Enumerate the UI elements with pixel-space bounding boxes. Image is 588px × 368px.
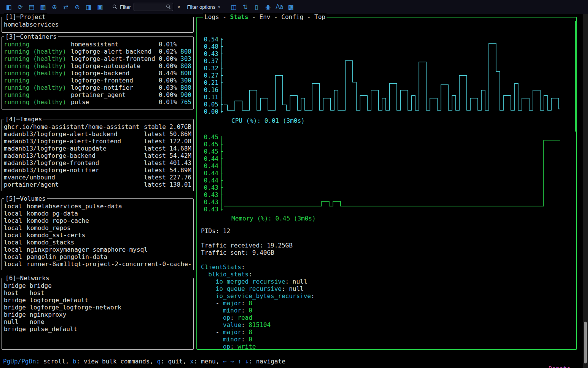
search-icon bbox=[113, 5, 117, 9]
font-size-icon[interactable]: Aa bbox=[274, 2, 284, 11]
container-row[interactable]: running (healthy)pulse0.01%765 bbox=[4, 98, 191, 106]
stats-line: ClientStats: bbox=[201, 263, 574, 271]
stats-line: blkio_stats: bbox=[201, 271, 574, 278]
container-row[interactable]: running (healthy)logforge-autoupdate0.00… bbox=[4, 62, 191, 70]
network-row[interactable]: nullnone bbox=[4, 318, 191, 325]
stats-line: io_merged_recursive: null bbox=[201, 278, 574, 285]
grid-icon[interactable]: ▦ bbox=[38, 2, 48, 11]
volumes-panel[interactable]: [5]─Volumes localhomelabservices_pulse-d… bbox=[2, 198, 194, 270]
split-view-icon[interactable]: ◨ bbox=[84, 2, 94, 11]
keybinding-desc: : navigate bbox=[249, 358, 285, 365]
transfer-icon[interactable]: ⇄ bbox=[61, 2, 71, 11]
image-row[interactable]: ghcr.io/home-assistant/home-assistantsta… bbox=[4, 123, 191, 130]
clear-filter-button[interactable]: × bbox=[176, 3, 182, 11]
search-icon bbox=[166, 5, 171, 9]
donate-link[interactable]: Donate bbox=[548, 365, 570, 368]
image-row[interactable]: portainer/agentlatest138.01 bbox=[4, 181, 191, 188]
stats-line: - major: 8 bbox=[201, 328, 574, 336]
tab-config[interactable]: Config bbox=[281, 13, 303, 21]
device-icon[interactable]: ▯ bbox=[252, 2, 261, 11]
network-row[interactable]: bridgepulse_default bbox=[4, 325, 191, 333]
table-search-icon[interactable]: ▩ bbox=[286, 2, 296, 11]
add-icon[interactable]: ⊕ bbox=[49, 2, 59, 11]
stats-line: - major: 8 bbox=[201, 300, 574, 307]
stats-line: value: 815104 bbox=[201, 321, 574, 328]
sort-icon[interactable]: ⇅ bbox=[240, 2, 250, 11]
volume-row[interactable]: localkomodo_pg-data bbox=[4, 210, 191, 217]
chevron-down-icon: ∨ bbox=[218, 5, 220, 9]
disable-icon[interactable]: ⊘ bbox=[72, 2, 82, 11]
panel-scroll-indicator[interactable] bbox=[575, 21, 577, 132]
sidebar: [1]─Project homelabservices [3]─Containe… bbox=[2, 14, 194, 368]
filter-group: Filter × bbox=[113, 3, 182, 11]
stats-line: minor: 0 bbox=[201, 336, 574, 343]
tab-logs[interactable]: Logs bbox=[204, 13, 219, 21]
volume-row[interactable]: localpangolin_pangolin-data bbox=[4, 253, 191, 260]
list-icon[interactable]: ▤ bbox=[27, 2, 37, 11]
volume-row[interactable]: localkomodo_repo-cache bbox=[4, 217, 191, 224]
images-panel-title: [4]─Images bbox=[4, 116, 43, 123]
lazydocker-terminal: [1]─Project homelabservices [3]─Containe… bbox=[0, 14, 583, 368]
tab-stats[interactable]: Stats bbox=[230, 13, 248, 21]
image-row[interactable]: madanb13/logforge-backendlatest54.42M bbox=[4, 152, 191, 159]
image-row[interactable]: mvance/unboundlatest227.76 bbox=[4, 174, 191, 181]
cpu-chart bbox=[221, 36, 563, 115]
stats-panel[interactable]: Logs - Stats - Env - Config - Top 0.540.… bbox=[196, 17, 577, 350]
copy-icon[interactable]: ◫ bbox=[229, 2, 239, 11]
image-row[interactable]: madanb13/logforge-autoupdatelatest14.68M bbox=[4, 145, 191, 152]
memory-chart bbox=[221, 133, 563, 213]
keybinding-desc: : scroll, bbox=[36, 358, 73, 365]
stats-line bbox=[201, 235, 574, 242]
toolbar-right-icons: ◫⇅▯◉Aa▩ bbox=[229, 2, 296, 11]
container-row[interactable]: running (healthy)logforge-alert-frontend… bbox=[4, 55, 191, 62]
images-panel[interactable]: [4]─Images ghcr.io/home-assistant/home-a… bbox=[2, 119, 194, 191]
stats-line: op: read bbox=[201, 314, 574, 321]
stats-line: PIDs: 12 bbox=[201, 227, 574, 235]
container-row[interactable]: runninglogforge-frontend0.00%300 bbox=[4, 77, 191, 84]
capture-icon[interactable]: ▣ bbox=[95, 2, 105, 11]
network-row[interactable]: bridgelogforge_logforge-network bbox=[4, 304, 191, 311]
memory-axis-labels: 0.450.450.450.440.440.440.440.430.430.43… bbox=[201, 133, 221, 213]
volume-row[interactable]: localrunner-8am11tqt-project-2-concurren… bbox=[4, 260, 191, 268]
volume-row[interactable]: localkomodo_repos bbox=[4, 224, 191, 232]
volume-row[interactable]: localkomodo_ssl-certs bbox=[4, 232, 191, 239]
container-row[interactable]: runninghomeassistant0.01% bbox=[4, 41, 191, 48]
project-panel-title: [1]─Project bbox=[4, 13, 47, 21]
filter-label: Filter bbox=[120, 4, 131, 10]
project-panel[interactable]: [1]─Project homelabservices bbox=[2, 17, 194, 33]
volume-row[interactable]: localnginxproxymanager_semaphore-mysql bbox=[4, 246, 191, 253]
filter-input-wrap bbox=[134, 3, 173, 11]
refresh-icon[interactable]: ⟳ bbox=[15, 2, 25, 11]
keybinding-desc: : quit, bbox=[161, 358, 190, 365]
container-row[interactable]: running (healthy)logforge-notifier0.03%8… bbox=[4, 84, 191, 91]
container-row[interactable]: running (healthy)logforge-alert-backend0… bbox=[4, 48, 191, 55]
filter-options-dropdown[interactable]: Filter options ∨ bbox=[184, 3, 223, 11]
filter-input[interactable] bbox=[136, 4, 165, 10]
tab-env[interactable]: Env bbox=[260, 13, 271, 21]
window-icon[interactable]: ◧ bbox=[4, 2, 14, 11]
containers-panel[interactable]: [3]─Containers runninghomeassistant0.01%… bbox=[2, 36, 194, 109]
image-row[interactable]: madanb13/logforge-frontendlatest401.43 bbox=[4, 159, 191, 167]
tab-top[interactable]: Top bbox=[314, 13, 325, 21]
stats-line: Traffic sent: 9.40GB bbox=[201, 249, 574, 256]
container-row[interactable]: running (healthy)logforge-backend8.44%80… bbox=[4, 70, 191, 77]
keybinding-key: ← → ↑ ↓ bbox=[223, 358, 249, 365]
network-row[interactable]: bridgebridge bbox=[4, 282, 191, 289]
container-row[interactable]: runningportainer_agent0.00%900 bbox=[4, 91, 191, 98]
image-row[interactable]: madanb13/logforge-alert-frontendlatest12… bbox=[4, 138, 191, 145]
network-row[interactable]: hosthost bbox=[4, 289, 191, 297]
networks-panel[interactable]: [6]─Networks bridgebridgehosthostbridgel… bbox=[2, 278, 194, 350]
network-row[interactable]: bridgenginxproxy bbox=[4, 311, 191, 318]
globe-icon[interactable]: ◉ bbox=[263, 2, 273, 11]
keybinding-desc: : menu, bbox=[194, 358, 223, 365]
scrollbar-thumb[interactable] bbox=[584, 322, 587, 363]
networks-panel-title: [6]─Networks bbox=[4, 274, 51, 282]
project-name[interactable]: homelabservices bbox=[4, 21, 191, 28]
volume-row[interactable]: localkomodo_stacks bbox=[4, 239, 191, 246]
top-toolbar: ◧⟳▤▦⊕⇄⊘◨▣ Filter × Filter options ∨ ◫⇅▯◉… bbox=[0, 0, 588, 14]
image-row[interactable]: madanb13/logforge-notifierlatest54.89M bbox=[4, 167, 191, 174]
image-row[interactable]: madanb13/logforge-alert-backendlatest50.… bbox=[4, 130, 191, 138]
window-scrollbar[interactable] bbox=[583, 14, 588, 368]
network-row[interactable]: bridgelogforge_default bbox=[4, 297, 191, 304]
volume-row[interactable]: localhomelabservices_pulse-data bbox=[4, 203, 191, 210]
